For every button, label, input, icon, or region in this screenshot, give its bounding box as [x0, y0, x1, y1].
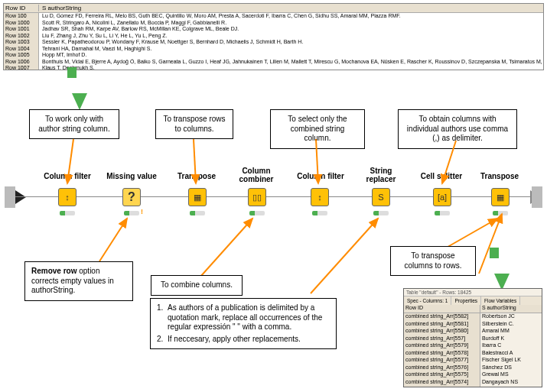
svg-line-5	[200, 219, 252, 277]
filter-icon: ↕	[317, 193, 322, 202]
table-row: Row 1006Bonthuis M, Vidal E, Bjerre A, A…	[4, 59, 543, 66]
table-row: Row 1000Scott R, Stringaro A, Nicolini L…	[4, 20, 543, 27]
node-column-combiner[interactable]: ▯▯	[248, 188, 266, 206]
node-missing-value[interactable]: ?	[122, 188, 141, 206]
node-label-cell-splitter: Cell splitter	[413, 172, 470, 180]
table-row: Row 1004Tehrani HA, Darnahal M, Vaezi M,…	[4, 46, 543, 53]
list-item-2: 2.If neccesary, apply other replacements…	[157, 335, 330, 345]
callout-transpose-2: To transpose columns to rows.	[390, 246, 476, 276]
node-label-transpose-2: Transpose	[473, 172, 526, 180]
table-row: Row 100Lu D, Gómez FD, Ferreira RL, Melo…	[4, 13, 543, 20]
bottom-data-table: Table "default" - Rows: 18425 Spec - Col…	[403, 288, 542, 387]
table-row: combined string_Arr[5579]Ibarra C	[404, 342, 542, 350]
flow-start-block	[5, 186, 15, 208]
callout-transpose-1: To transpose rows to columns.	[155, 109, 233, 139]
table-caption: Table "default" - Rows: 18425	[404, 289, 542, 296]
table-header: Row ID S authorString	[4, 4, 543, 13]
table-row: combined string_Arr[5576]Sánchez DS	[404, 364, 542, 372]
node-transpose-1[interactable]: ▦	[188, 188, 207, 206]
col-rowid: Row ID	[4, 5, 39, 11]
status-light	[190, 211, 205, 215]
tab-flowvars[interactable]: Flow Variables	[481, 296, 520, 305]
remove-row-strong: Remove row	[31, 267, 77, 275]
combiner-icon: ▯▯	[252, 193, 262, 202]
callout-cell-splitter: To obtain columns with individual author…	[398, 109, 517, 149]
table-row: combined string_Arr[5580]Amaral MM	[404, 328, 542, 335]
status-light	[373, 211, 389, 215]
table-row: Row 1001Jadhav SR, Shah RM, Karpe AV, Ba…	[4, 26, 543, 33]
node-label-column-filter: Column filter	[37, 172, 98, 180]
node-label-missing-value: Missing value	[99, 172, 164, 180]
tab-spec[interactable]: Spec - Columns: 1	[404, 296, 451, 305]
status-light	[312, 211, 327, 215]
tab-properties[interactable]: Properties	[451, 296, 481, 305]
table-row: combined string_Arr[5574]Dangayach NS	[404, 379, 542, 387]
node-string-replacer[interactable]: S	[372, 188, 390, 206]
grid-icon: ▦	[194, 193, 201, 202]
col-rowid: Row ID	[404, 305, 480, 313]
grid-icon: ▦	[497, 193, 504, 202]
table-row: combined string_Arr[557]Burdoff K	[404, 335, 542, 343]
table-body: combined string_Arr[5582]Robertson JCcom…	[404, 313, 542, 387]
flow-end-block	[532, 186, 542, 208]
callout-column-filter: To work only with author string column.	[29, 109, 119, 139]
col-authorstring: S authorString	[39, 5, 543, 11]
node-cell-splitter[interactable]: [a]	[433, 188, 451, 206]
node-label-column-filter-2: Column filter	[289, 172, 352, 180]
status-light	[60, 211, 75, 215]
callout-string-replacer: 1.As authors of a publication is delimit…	[150, 298, 337, 349]
table-body: Row 100Lu D, Gómez FD, Ferreira RL, Melo…	[4, 13, 543, 70]
table-row: Row 1003Sessler K, Papatheodorou P, Wond…	[4, 39, 543, 46]
svg-line-6	[311, 219, 378, 293]
table-row: combined string_Arr[5581]Silberstein C.	[404, 321, 542, 329]
splitter-icon: [a]	[438, 193, 447, 202]
list-item-1: 1.As authors of a publication is delimit…	[157, 303, 330, 332]
col-authorstring: S authorString	[480, 305, 542, 313]
callout-combine-columns: To combine columns.	[151, 275, 243, 296]
node-label-column-combiner: Column combiner	[230, 167, 283, 183]
callout-remove-row: Remove row option corrects empty values …	[24, 261, 133, 301]
flow-start-triangle-icon	[15, 190, 26, 204]
svg-line-8	[479, 214, 502, 274]
svg-line-7	[444, 219, 497, 249]
filter-icon: ↕	[65, 193, 70, 202]
table-row: combined string_Arr[5582]Robertson JC	[404, 313, 542, 321]
question-icon: ?	[128, 190, 135, 204]
svg-line-4	[99, 219, 127, 261]
table-header: Row ID S authorString	[404, 305, 542, 313]
node-column-filter[interactable]: ↕	[58, 188, 77, 206]
table-row: Row 1007Klaus T, Deshmukh S.	[4, 65, 543, 70]
table-row: Row 1002Liu F, Zhang J, Zhu Y, Su L, Li …	[4, 33, 543, 40]
table-row: combined string_Arr[5575]Grewal MS	[404, 371, 542, 379]
status-light	[493, 211, 508, 215]
top-data-table: Row ID S authorString Row 100Lu D, Gómez…	[3, 3, 544, 70]
table-tabs: Spec - Columns: 1 Properties Flow Variab…	[404, 296, 542, 305]
flow-connector-line	[15, 196, 532, 197]
node-label-transpose-1: Transpose	[170, 172, 223, 180]
node-column-filter-2[interactable]: ↕	[311, 188, 329, 206]
node-transpose-2[interactable]: ▦	[491, 188, 510, 206]
table-row: combined string_Arr[5577]Fischer Sigel L…	[404, 357, 542, 364]
string-icon: S	[378, 193, 383, 202]
status-light	[124, 211, 139, 215]
callout-column-filter-2: To select only the combined string colum…	[270, 109, 365, 149]
table-row: combined string_Arr[5573]Majumdar T	[404, 386, 542, 387]
node-label-string-replacer: String replacer	[357, 167, 405, 183]
status-light	[249, 211, 265, 215]
table-row: Row 1005Hopp MT, Imhof D.	[4, 52, 543, 59]
status-light	[435, 211, 450, 215]
table-row: combined string_Arr[5578]Balestracci A	[404, 350, 542, 358]
